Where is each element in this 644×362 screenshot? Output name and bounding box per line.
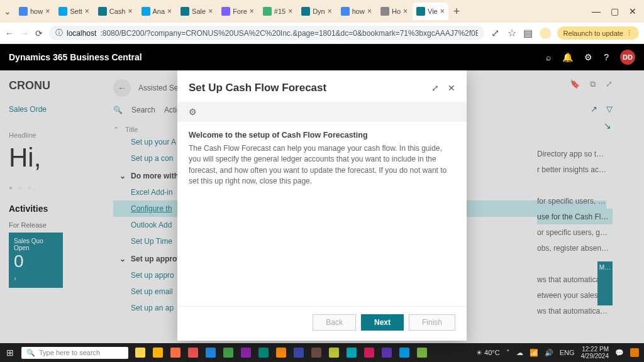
product-title: Dynamics 365 Business Central xyxy=(9,52,142,62)
browser-tab[interactable]: how× xyxy=(15,3,53,20)
new-tab-button[interactable]: + xyxy=(448,5,465,18)
taskbar-search[interactable]: 🔍 Type here to search xyxy=(21,347,128,359)
help-icon[interactable]: ? xyxy=(604,52,609,62)
weather-widget[interactable]: ☀ 40°C xyxy=(476,349,500,357)
tray-chevron-icon[interactable]: ˄ xyxy=(506,349,510,357)
browser-tab[interactable]: Cash× xyxy=(94,3,136,20)
next-button[interactable]: Next xyxy=(361,314,404,331)
back-button[interactable]: Back xyxy=(313,314,356,331)
install-app-icon[interactable]: ⤢ xyxy=(491,27,501,39)
notifications-center-icon[interactable]: 💬 xyxy=(615,349,624,357)
settings-icon[interactable]: ⚙ xyxy=(584,52,592,62)
tab-close-icon[interactable]: × xyxy=(208,7,213,16)
browser-tab[interactable]: Ana× xyxy=(138,3,176,20)
taskbar-app-icon[interactable] xyxy=(343,345,360,360)
url-path: :8080/BC200/?company=CRONUS%20USA%2C%20I… xyxy=(100,29,477,38)
browser-address-bar: ← → ⟳ ⓘ localhost :8080/BC200/?company=C… xyxy=(0,23,644,44)
tab-close-icon[interactable]: × xyxy=(288,7,292,16)
taskbar-app-icon[interactable] xyxy=(326,345,342,360)
tab-close-icon[interactable]: × xyxy=(167,7,172,16)
taskbar-app-icon[interactable] xyxy=(273,345,289,360)
misc-tray-icon[interactable] xyxy=(630,348,639,357)
tab-close-icon[interactable]: × xyxy=(250,7,254,16)
volume-icon[interactable]: 🔊 xyxy=(545,349,553,357)
gear-icon[interactable]: ⚙ xyxy=(189,107,197,117)
main-area: CRONU Sales Orde Headline Hi, ● ○ ○ Acti… xyxy=(0,70,644,343)
nav-forward-icon: → xyxy=(20,28,29,38)
tab-close-icon[interactable]: × xyxy=(367,7,372,16)
dialog-body-text: The Cash Flow Forecast can help you mana… xyxy=(189,143,455,187)
taskbar-app-icon[interactable] xyxy=(291,345,307,360)
tab-close-icon[interactable]: × xyxy=(440,7,445,16)
taskbar-app-icon[interactable] xyxy=(132,345,148,360)
relaunch-button[interactable]: Relaunch to update⋮ xyxy=(557,26,639,40)
browser-tab[interactable]: Sett× xyxy=(55,3,93,20)
taskbar-app-icon[interactable] xyxy=(414,345,430,360)
taskbar-app-icon[interactable] xyxy=(361,345,377,360)
taskbar-clock[interactable]: 12:22 PM 4/29/2024 xyxy=(581,346,609,359)
taskbar-app-icon[interactable] xyxy=(150,345,166,360)
tab-close-icon[interactable]: × xyxy=(328,7,332,16)
finish-button[interactable]: Finish xyxy=(409,314,455,331)
taskbar-app-icon[interactable] xyxy=(220,345,236,360)
dialog-expand-icon[interactable]: ⤢ xyxy=(431,83,439,93)
tab-history-icon[interactable]: ⌄ xyxy=(4,6,11,16)
dialog-title: Set Up Cash Flow Forecast xyxy=(189,82,326,94)
taskbar-app-icon[interactable] xyxy=(167,345,184,360)
profile-icon[interactable] xyxy=(540,28,551,39)
wifi-icon[interactable]: 📶 xyxy=(530,349,538,357)
taskbar-app-icon[interactable] xyxy=(238,345,254,360)
nav-back-icon[interactable]: ← xyxy=(5,28,14,38)
tab-close-icon[interactable]: × xyxy=(403,7,408,16)
browser-tab[interactable]: Dyn× xyxy=(297,3,336,20)
notifications-icon[interactable]: 🔔 xyxy=(562,52,573,62)
window-restore-icon[interactable]: ▢ xyxy=(611,6,619,16)
search-icon: 🔍 xyxy=(26,349,35,357)
taskbar-app-icon[interactable] xyxy=(379,345,395,360)
search-icon[interactable]: ⌕ xyxy=(546,52,551,62)
cashflow-setup-dialog: Set Up Cash Flow Forecast ⤢ ✕ ⚙ Welcome … xyxy=(177,70,467,341)
taskbar-app-icon[interactable] xyxy=(396,345,413,360)
tab-close-icon[interactable]: × xyxy=(128,7,132,16)
browser-tab[interactable]: #15× xyxy=(259,3,296,20)
window-minimize-icon[interactable]: — xyxy=(592,6,601,16)
browser-tab[interactable]: Ho× xyxy=(377,3,411,20)
nav-reload-icon[interactable]: ⟳ xyxy=(35,28,43,38)
tab-close-icon[interactable]: × xyxy=(45,7,50,16)
onedrive-icon[interactable]: ☁ xyxy=(516,349,523,357)
taskbar-app-icon[interactable] xyxy=(203,345,219,360)
url-input[interactable]: ⓘ localhost :8080/BC200/?company=CRONUS%… xyxy=(49,26,484,40)
windows-taskbar: ⊞ 🔍 Type here to search ☀ 40°C ˄ ☁ 📶 🔊 E… xyxy=(0,343,644,362)
url-host: localhost xyxy=(67,29,96,38)
language-indicator[interactable]: ENG xyxy=(560,349,575,356)
dialog-close-icon[interactable]: ✕ xyxy=(448,83,455,93)
window-close-icon[interactable]: ✕ xyxy=(629,6,636,16)
browser-tab[interactable]: Vie× xyxy=(413,3,448,20)
start-button[interactable]: ⊞ xyxy=(0,348,20,358)
user-avatar[interactable]: DD xyxy=(620,50,635,65)
browser-tab[interactable]: Fore× xyxy=(218,3,258,20)
site-info-icon[interactable]: ⓘ xyxy=(55,28,63,38)
taskbar-app-icon[interactable] xyxy=(255,345,272,360)
taskbar-app-icon[interactable] xyxy=(185,345,201,360)
taskbar-app-icon[interactable] xyxy=(308,345,325,360)
tab-close-icon[interactable]: × xyxy=(85,7,89,16)
dialog-welcome-heading: Welcome to the setup of Cash Flow Foreca… xyxy=(189,131,455,140)
extensions-icon[interactable]: ▤ xyxy=(523,27,533,39)
bookmark-icon[interactable]: ☆ xyxy=(507,27,517,39)
browser-tabstrip: ⌄ how×Sett×Cash×Ana×Sale×Fore×#15×Dyn×ho… xyxy=(0,0,644,23)
browser-tab[interactable]: how× xyxy=(337,3,375,20)
bc-header: Dynamics 365 Business Central ⌕ 🔔 ⚙ ? DD xyxy=(0,44,644,70)
browser-tab[interactable]: Sale× xyxy=(177,3,216,20)
